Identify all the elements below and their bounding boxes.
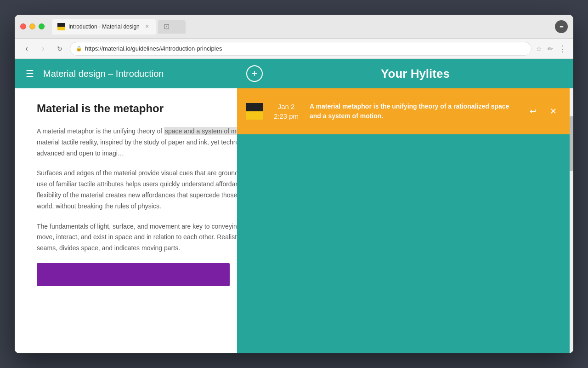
close-window-button[interactable]	[20, 23, 26, 29]
hylites-add-button[interactable]: +	[246, 65, 263, 82]
hamburger-icon[interactable]: ☰	[26, 68, 34, 79]
tab-favicon	[57, 23, 65, 30]
browser-window: Introduction - Material design ✕ ⊡ ⚌ ‹ ›…	[15, 15, 573, 353]
browser-content: ☰ Material design – Introduction Materia…	[15, 59, 573, 353]
tab-area: Introduction - Material design ✕ ⊡	[52, 19, 551, 34]
purple-banner	[37, 263, 230, 286]
hylite-undo-button[interactable]: ↩	[526, 104, 540, 119]
hylite-actions: ↩ ✕	[526, 104, 560, 119]
hylite-date-line2: 2:23 pm	[270, 111, 302, 121]
url-display: https://material.io/guidelines/#introduc…	[85, 45, 526, 52]
hylite-date: Jan 2 2:23 pm	[270, 102, 302, 121]
edit-icon[interactable]: ✏	[547, 44, 554, 53]
bookmark-icon[interactable]: ☆	[535, 44, 543, 53]
inactive-tab[interactable]: ⊡	[158, 20, 186, 34]
inactive-tab-icon: ⊡	[164, 22, 170, 31]
hylites-overlay: + Your Hylites Jan 2 2:23 pm A material …	[237, 59, 570, 353]
address-bar[interactable]: 🔒 https://material.io/guidelines/#introd…	[70, 42, 531, 56]
hylite-favicon-top	[246, 103, 263, 111]
favicon-top	[57, 23, 65, 27]
extensions-icon[interactable]: ⚌	[555, 20, 568, 33]
hylite-date-line1: Jan 2	[270, 102, 302, 111]
favicon-bottom	[57, 27, 65, 30]
hylite-delete-button[interactable]: ✕	[546, 104, 560, 119]
hylites-header: + Your Hylites	[237, 59, 570, 88]
scrollbar[interactable]	[570, 88, 573, 353]
hylite-card: Jan 2 2:23 pm A material metaphor is the…	[237, 88, 570, 134]
browser-toolbar: ‹ › ↻ 🔒 https://material.io/guidelines/#…	[15, 39, 573, 59]
app-bar-title: Material design – Introduction	[43, 69, 164, 79]
hylites-title: Your Hylites	[270, 67, 560, 81]
maximize-window-button[interactable]	[39, 23, 45, 29]
hylite-favicon-bottom	[246, 111, 263, 120]
back-button[interactable]: ‹	[20, 42, 33, 55]
hylite-quote: A material metaphor is the unifying theo…	[310, 102, 518, 121]
hylites-footer	[237, 134, 570, 353]
lock-icon: 🔒	[76, 46, 82, 52]
traffic-lights	[20, 23, 45, 29]
scrollbar-thumb[interactable]	[570, 116, 573, 171]
browser-titlebar: Introduction - Material design ✕ ⊡ ⚌	[15, 15, 573, 39]
minimize-window-button[interactable]	[29, 23, 35, 29]
active-tab[interactable]: Introduction - Material design ✕	[52, 19, 156, 34]
reload-button[interactable]: ↻	[53, 42, 66, 55]
paragraph-1-start: A material metaphor is the unifying theo…	[37, 127, 164, 135]
more-menu-icon[interactable]: ⋮	[558, 43, 568, 55]
forward-button[interactable]: ›	[37, 42, 50, 55]
hylite-favicon	[246, 103, 263, 120]
tab-title: Introduction - Material design	[68, 23, 140, 30]
tab-close-button[interactable]: ✕	[143, 23, 151, 30]
